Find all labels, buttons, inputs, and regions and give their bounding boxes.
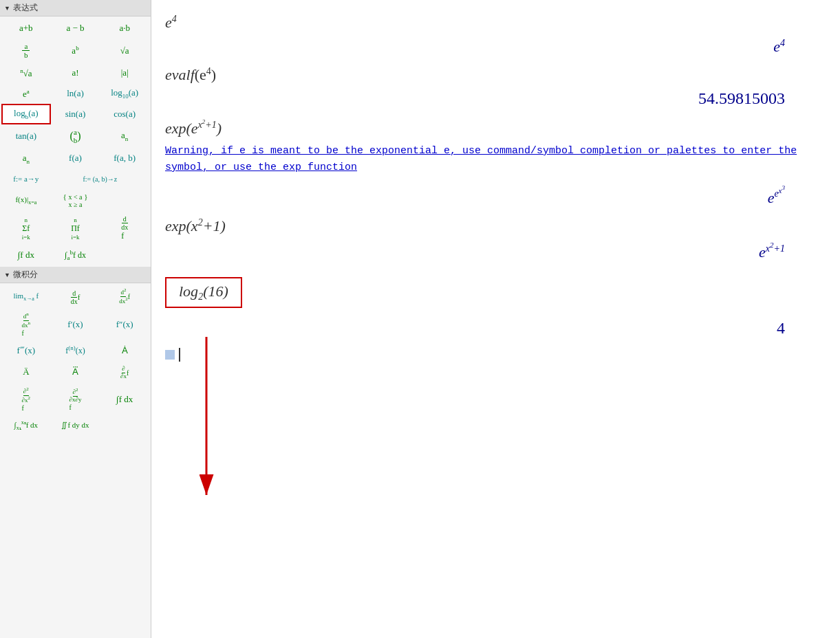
palette-matrix[interactable]: ( ab ) — [51, 124, 100, 148]
palette-eval[interactable]: f(x)|x=a — [1, 189, 51, 212]
content-area: e4 e4 evalf(e4) 54.59815003 exp(ex2+1) W… — [151, 0, 840, 638]
palette-int-calc[interactable]: ∫f dx — [100, 384, 149, 415]
palette-a-plus-b[interactable]: a+b — [1, 18, 51, 38]
palette-f-a[interactable]: f(a) — [51, 148, 100, 168]
palette-sqrt-a[interactable]: √a — [100, 38, 149, 63]
palette-a-times-b[interactable]: a·b — [100, 18, 149, 38]
palette-product[interactable]: n Πf i=k — [51, 212, 100, 245]
calculus-label: 微积分 — [13, 269, 38, 280]
palette-nth-root[interactable]: n√a — [1, 63, 51, 83]
highlighted-log2-box: log2(16) — [165, 277, 242, 308]
palette-factorial[interactable]: a! — [51, 63, 100, 83]
palette-partial2-x[interactable]: ∂2 ∂x2 f — [1, 384, 51, 415]
palette-diff-2[interactable]: d2 dx2 f — [100, 285, 149, 309]
selection-indicator — [165, 350, 175, 360]
palette-ln-a[interactable]: ln(a) — [51, 83, 100, 104]
palette-log10-a[interactable]: log10(a) — [100, 83, 149, 104]
calculus-section-header[interactable]: 微积分 — [0, 267, 151, 283]
warning-content: Warning, if e is meant to be the exponen… — [165, 145, 797, 173]
warning-text: Warning, if e is meant to be the exponen… — [165, 143, 826, 176]
result-line-1: e4 — [165, 37, 785, 55]
palette-fpp[interactable]: f″(x) — [100, 309, 149, 340]
text-cursor — [179, 348, 180, 362]
palette-assign-1[interactable]: f:= a→y — [1, 168, 51, 189]
palette-int-x1x2[interactable]: ∫x₁x₂f dx — [1, 415, 51, 436]
palette-frac[interactable]: a b — [1, 38, 51, 63]
result-line-2: 54.59815003 — [165, 89, 785, 108]
expr-evalf: evalf — [165, 66, 195, 83]
palette-assign-2[interactable]: f:= (a, b)→z — [51, 168, 149, 189]
result-line-3: eex3 — [165, 184, 785, 207]
palette-limit[interactable]: limx→a f — [1, 285, 51, 309]
result-evalf: 54.59815003 — [698, 89, 785, 107]
palette-partial-x[interactable]: ∂ ∂x f — [100, 361, 149, 384]
palette-empty3 — [100, 415, 149, 436]
expressions-palette: a+b a − b a·b a b ab √a n√a a! |a| — [0, 16, 151, 267]
cursor-area[interactable] — [165, 348, 826, 362]
palette-log-b-a[interactable]: logb(a) — [1, 104, 51, 124]
result-e4: e4 — [773, 38, 785, 55]
palette-int-double[interactable]: ∬f dy dx — [51, 415, 100, 436]
palette-diff-1[interactable]: d dx f — [51, 285, 100, 309]
palette-fppp[interactable]: f‴(x) — [1, 340, 51, 361]
palette-cos-a[interactable]: cos(a) — [100, 104, 149, 124]
palette-int-def[interactable]: ∫abf dx — [51, 245, 100, 265]
palette-subscript-n[interactable]: an — [100, 124, 149, 148]
input-line-1[interactable]: e4 — [165, 14, 826, 32]
palette-tan-a[interactable]: tan(a) — [1, 124, 51, 148]
calculus-palette: limx→a f d dx f d2 dx2 — [0, 283, 151, 437]
palette-empty1 — [100, 189, 149, 212]
palette-exp-a[interactable]: ea — [1, 83, 51, 104]
palette-piecewise[interactable]: { x < a x ≥ a } — [51, 189, 100, 212]
palette-a-pow-b[interactable]: ab — [51, 38, 100, 63]
result-exp: eex3 — [768, 189, 785, 206]
expressions-section-header[interactable]: 表达式 — [0, 0, 151, 16]
palette-a-minus-b[interactable]: a − b — [51, 18, 100, 38]
result-line-5: 4 — [165, 319, 785, 338]
palette-sin-a[interactable]: sin(a) — [51, 104, 100, 124]
expr-e4: e4 — [165, 14, 177, 31]
palette-empty2 — [100, 245, 149, 265]
result-exp2: ex2+1 — [759, 243, 785, 261]
result-line-4: ex2+1 — [165, 241, 785, 261]
palette-ddot-A[interactable]: Ä — [1, 361, 51, 384]
palette-fn[interactable]: f(n)(x) — [51, 340, 100, 361]
palette-int-indef[interactable]: ∫f dx — [1, 245, 51, 265]
palette-sum[interactable]: n Σf i=k — [1, 212, 51, 245]
input-line-5[interactable]: log2(16) — [165, 272, 826, 314]
palette-diff-n[interactable]: dn dxn f — [1, 309, 51, 340]
input-line-4[interactable]: exp(x2+1) — [165, 217, 826, 235]
palette-f-ab[interactable]: f(a, b) — [100, 148, 149, 168]
palette-partial2-xy[interactable]: ∂2 ∂x∂y f — [51, 384, 100, 415]
palette-dddot-A[interactable]: A⃛ — [51, 361, 100, 384]
result-log2: 4 — [777, 319, 785, 337]
palette-dot-A[interactable]: Ȧ — [100, 340, 149, 361]
expressions-label: 表达式 — [13, 2, 38, 14]
input-line-3[interactable]: exp(ex2+1) — [165, 118, 826, 138]
palette-subscript-n2[interactable]: an — [1, 148, 51, 168]
input-line-2[interactable]: evalf(e4) — [165, 66, 826, 84]
palette-diff-d[interactable]: d dx f — [100, 212, 149, 245]
palette-fp[interactable]: f′(x) — [51, 309, 100, 340]
palette-abs[interactable]: |a| — [100, 63, 149, 83]
sidebar: 表达式 a+b a − b a·b a b ab √a n√a — [0, 0, 151, 638]
